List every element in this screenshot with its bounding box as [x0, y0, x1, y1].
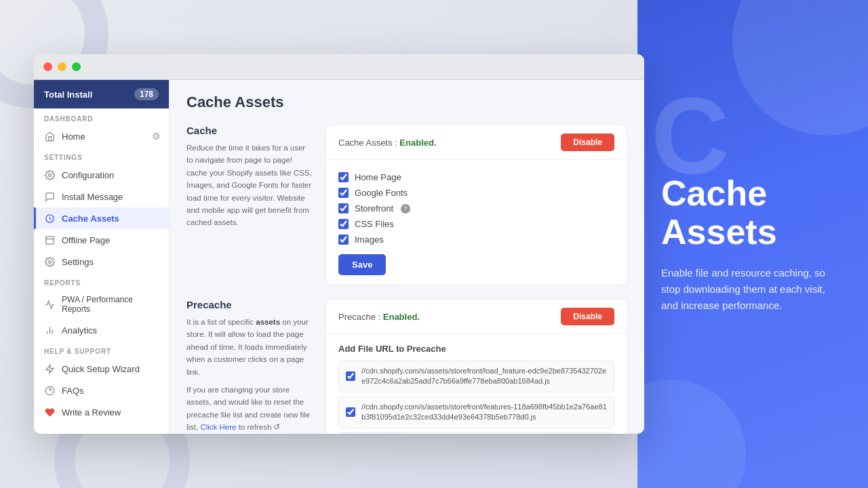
url-checkbox-2[interactable]: [346, 407, 355, 417]
precache-card-header: Precache : Enabled. Disable: [326, 300, 627, 334]
sidebar-label-configuration: Configuration: [62, 170, 114, 180]
precache-status: Precache : Enabled.: [338, 312, 420, 322]
offline-page-icon: [44, 235, 55, 245]
checkbox-storefront: Storefront ?: [338, 201, 614, 216]
svg-rect-2: [45, 236, 53, 243]
cache-section-row: Cache Reduce the time it takes for a use…: [186, 125, 627, 285]
section-label-dashboard: DASHBOARD: [34, 108, 169, 125]
sidebar-label-pwa-reports: PWA / Performance Reports: [62, 295, 159, 314]
precache-desc-p1: It is a list of specific assets on your …: [186, 316, 312, 378]
precache-card: Precache : Enabled. Disable Add File URL…: [326, 299, 627, 434]
rp-circle2: [637, 380, 746, 488]
sidebar-item-home[interactable]: Home ⚙: [34, 125, 169, 147]
svg-point-4: [48, 260, 51, 263]
pwa-reports-icon: [44, 299, 55, 310]
sidebar-item-cache-assets[interactable]: Cache Assets: [34, 207, 169, 229]
page-title: Cache Assets: [186, 94, 627, 111]
main-content: Cache Assets Cache Reduce the time it ta…: [170, 80, 644, 434]
sidebar-item-settings[interactable]: Settings: [34, 251, 169, 272]
sidebar-label-cache-assets: Cache Assets: [62, 214, 119, 224]
sidebar-badge: 178: [134, 88, 159, 100]
precache-status-label: Precache :: [338, 312, 380, 322]
cache-status-value: Enabled.: [399, 138, 436, 148]
cache-status: Cache Assets : Enabled.: [338, 138, 437, 148]
browser-chrome: [34, 54, 644, 80]
cache-disable-button[interactable]: Disable: [561, 134, 614, 151]
checkbox-google-fonts-input[interactable]: [338, 188, 349, 198]
url-item-2: //cdn.shopify.com/s/assets/storefront/fe…: [338, 396, 614, 428]
checkbox-images-input[interactable]: [338, 235, 349, 245]
cache-save-button[interactable]: Save: [338, 254, 386, 275]
precache-desc-p2: If you are changing your store assets, a…: [186, 384, 312, 434]
sidebar-title: Total Install: [44, 89, 92, 100]
section-label-help: HELP & SUPPORT: [34, 341, 169, 358]
precache-card-body: Add File URL to Precache //cdn.shopify.c…: [326, 334, 627, 434]
settings-icon: [44, 256, 55, 267]
quick-setup-icon: [44, 363, 55, 374]
url-checkbox-1[interactable]: [346, 371, 355, 381]
rp-circle1: [732, 0, 868, 136]
dot-red[interactable]: [43, 62, 52, 71]
section-label-reports: REPORTS: [34, 272, 169, 289]
sidebar-item-analytics[interactable]: Analytics: [34, 319, 169, 341]
sidebar-item-configuration[interactable]: Configuration: [34, 164, 169, 186]
browser-window: Total Install 178 DASHBOARD Home ⚙ SETTI…: [34, 54, 644, 434]
analytics-icon: [44, 325, 55, 336]
checkbox-home-page-label: Home Page: [355, 172, 401, 182]
sidebar-label-home: Home: [62, 131, 85, 142]
review-icon: [44, 407, 55, 418]
dot-yellow[interactable]: [58, 62, 66, 71]
rp-title: CacheAssets: [661, 174, 844, 251]
sidebar-label-install-message: Install Message: [62, 192, 123, 202]
click-here-link[interactable]: Click Here: [200, 423, 236, 431]
checkbox-google-fonts: Google Fonts: [338, 185, 614, 201]
rp-description: Enable file and resource caching, so sto…: [661, 265, 844, 314]
url-text-1: //cdn.shopify.com/s/assets/storefront/lo…: [361, 366, 607, 387]
precache-desc: Precache It is a list of specific assets…: [186, 299, 312, 434]
url-text-2: //cdn.shopify.com/s/assets/storefront/fe…: [361, 402, 607, 423]
svg-marker-8: [45, 365, 53, 373]
precache-section-row: Precache It is a list of specific assets…: [186, 299, 627, 434]
sidebar-item-quick-setup[interactable]: Quick Setup Wizard: [34, 358, 169, 380]
section-label-settings: SETTINGS: [34, 147, 169, 164]
dashboard-settings-icon: ⚙: [152, 131, 161, 142]
home-icon: [44, 131, 55, 142]
cache-card-body: Home Page Google Fonts Storefront ?: [326, 160, 627, 285]
sidebar-label-analytics: Analytics: [62, 325, 97, 336]
sidebar: Total Install 178 DASHBOARD Home ⚙ SETTI…: [34, 80, 170, 434]
checkbox-home-page: Home Page: [338, 169, 614, 185]
checkbox-css-files-input[interactable]: [338, 219, 349, 229]
cache-card: Cache Assets : Enabled. Disable Home Pag…: [326, 125, 627, 285]
app-layout: Total Install 178 DASHBOARD Home ⚙ SETTI…: [34, 80, 644, 434]
precache-section-title: Precache: [186, 299, 312, 310]
checkbox-google-fonts-label: Google Fonts: [355, 188, 408, 198]
precache-status-value: Enabled.: [383, 312, 420, 322]
cache-card-header: Cache Assets : Enabled. Disable: [326, 125, 627, 160]
sidebar-item-offline-page[interactable]: Offline Page: [34, 229, 169, 251]
sidebar-item-write-review[interactable]: Write a Review: [34, 401, 169, 423]
cache-desc: Cache Reduce the time it takes for a use…: [186, 125, 312, 285]
sidebar-label-write-review: Write a Review: [62, 407, 121, 418]
precache-disable-button[interactable]: Disable: [561, 308, 614, 325]
precache-url-label: Add File URL to Precache: [338, 344, 614, 354]
storefront-info-icon[interactable]: ?: [401, 204, 410, 214]
url-item-1: //cdn.shopify.com/s/assets/storefront/lo…: [338, 361, 614, 392]
faqs-icon: [44, 385, 55, 396]
checkbox-images-label: Images: [355, 235, 384, 245]
sidebar-item-install-message[interactable]: Install Message: [34, 186, 169, 207]
configuration-icon: [44, 169, 55, 180]
checkbox-storefront-input[interactable]: [338, 203, 349, 214]
checkbox-css-files: CSS Files: [338, 216, 614, 232]
sidebar-label-settings: Settings: [62, 257, 94, 267]
checkbox-storefront-label: Storefront: [355, 203, 393, 214]
dot-green[interactable]: [72, 62, 81, 71]
cache-section-title: Cache: [186, 125, 312, 136]
svg-point-0: [48, 174, 51, 176]
install-message-icon: [44, 191, 55, 202]
sidebar-item-faqs[interactable]: FAQs: [34, 380, 169, 401]
url-item-3: //cdn.shopify.com/s/files/1/0085/4478/03…: [338, 432, 614, 434]
sidebar-item-pwa-reports[interactable]: PWA / Performance Reports: [34, 289, 169, 319]
checkbox-home-page-input[interactable]: [338, 172, 349, 182]
sidebar-header: Total Install 178: [34, 80, 169, 108]
sidebar-label-offline-page: Offline Page: [62, 235, 110, 245]
